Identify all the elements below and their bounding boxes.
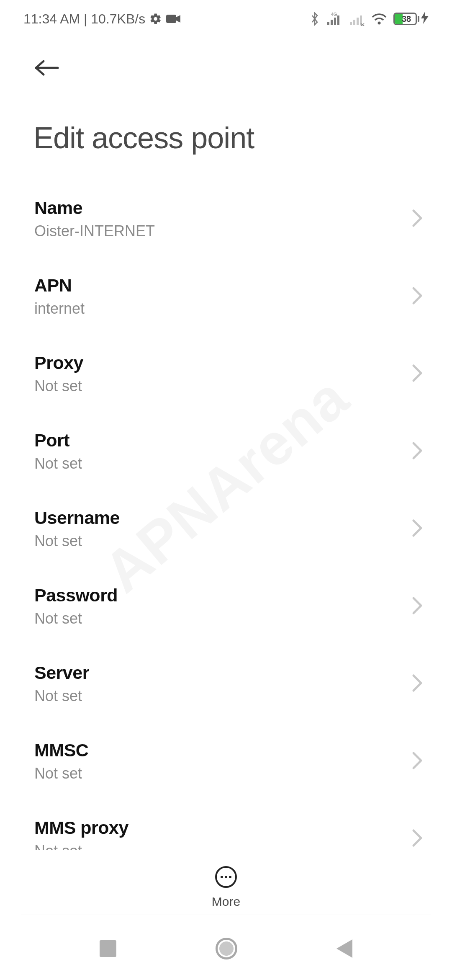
svg-rect-6: [350, 22, 352, 25]
row-proxy[interactable]: Proxy Not set: [0, 335, 452, 413]
svg-rect-3: [331, 20, 333, 25]
battery-icon: 38: [393, 11, 429, 27]
row-port[interactable]: Port Not set: [0, 413, 452, 490]
android-nav-bar: [0, 917, 452, 980]
video-camera-icon: [166, 14, 180, 24]
chevron-right-icon: [412, 209, 423, 229]
content-area: APNArena Edit access point Name Oister-I…: [0, 38, 452, 850]
recents-button[interactable]: [100, 940, 116, 957]
row-name[interactable]: Name Oister-INTERNET: [0, 180, 452, 258]
gear-icon: [149, 13, 162, 25]
chevron-right-icon: [412, 519, 423, 539]
svg-rect-0: [166, 15, 176, 23]
row-value: Not set: [34, 377, 83, 395]
row-label: Server: [34, 663, 89, 683]
svg-text:4G: 4G: [331, 12, 337, 17]
back-button[interactable]: [336, 939, 352, 958]
chevron-right-icon: [412, 286, 423, 307]
more-label: More: [212, 895, 240, 909]
chevron-right-icon: [412, 751, 423, 771]
row-password[interactable]: Password Not set: [0, 567, 452, 645]
row-value: Not set: [34, 687, 89, 705]
svg-point-12: [378, 22, 381, 25]
status-right: 4G 38: [310, 11, 429, 27]
battery-percent-text: 38: [395, 14, 417, 24]
chevron-right-icon: [412, 674, 423, 694]
back-arrow-icon[interactable]: [33, 59, 60, 79]
row-label: Name: [34, 198, 155, 218]
row-label: Proxy: [34, 353, 83, 373]
row-username[interactable]: Username Not set: [0, 490, 452, 567]
more-button[interactable]: [215, 866, 237, 888]
status-left: 11:34 AM | 10.7KB/s: [23, 11, 180, 27]
row-value: Not set: [34, 455, 82, 472]
row-value: Not set: [34, 610, 118, 627]
row-label: Username: [34, 508, 120, 528]
row-label: APN: [34, 275, 85, 296]
row-apn[interactable]: APN internet: [0, 258, 452, 335]
signal-no-sim-icon: [348, 12, 365, 26]
svg-rect-5: [337, 15, 339, 25]
svg-rect-8: [357, 18, 359, 25]
page-title: Edit access point: [0, 83, 452, 168]
status-bar: 11:34 AM | 10.7KB/s 4G: [0, 0, 452, 38]
svg-rect-4: [334, 18, 336, 25]
signal-4g-icon: 4G: [326, 12, 342, 26]
svg-rect-7: [353, 20, 355, 25]
row-value: internet: [34, 300, 85, 317]
wifi-icon: [371, 12, 388, 26]
row-label: Password: [34, 585, 118, 606]
chevron-right-icon: [412, 364, 423, 384]
time-text: 11:34 AM: [23, 11, 80, 26]
divider: [21, 915, 431, 915]
home-button[interactable]: [216, 938, 237, 959]
row-value: Not set: [34, 842, 128, 850]
row-server[interactable]: Server Not set: [0, 645, 452, 722]
row-mmsc[interactable]: MMSC Not set: [0, 722, 452, 800]
row-label: Port: [34, 430, 82, 451]
chevron-right-icon: [412, 829, 423, 849]
bottom-action-bar: More: [0, 866, 452, 909]
svg-rect-2: [327, 22, 329, 25]
row-label: MMSC: [34, 740, 88, 761]
header: [0, 38, 452, 83]
row-label: MMS proxy: [34, 818, 128, 838]
row-value: Not set: [34, 765, 88, 782]
chevron-right-icon: [412, 441, 423, 462]
settings-list: Name Oister-INTERNET APN internet Proxy …: [0, 168, 452, 850]
chevron-right-icon: [412, 596, 423, 616]
charging-bolt-icon: [421, 11, 429, 27]
row-value: Not set: [34, 532, 120, 550]
row-mms-proxy[interactable]: MMS proxy Not set: [0, 800, 452, 850]
row-value: Oister-INTERNET: [34, 222, 155, 240]
net-speed-text: 10.7KB/s: [91, 11, 145, 26]
status-time: 11:34 AM | 10.7KB/s: [23, 11, 145, 27]
bluetooth-icon: [310, 12, 320, 26]
